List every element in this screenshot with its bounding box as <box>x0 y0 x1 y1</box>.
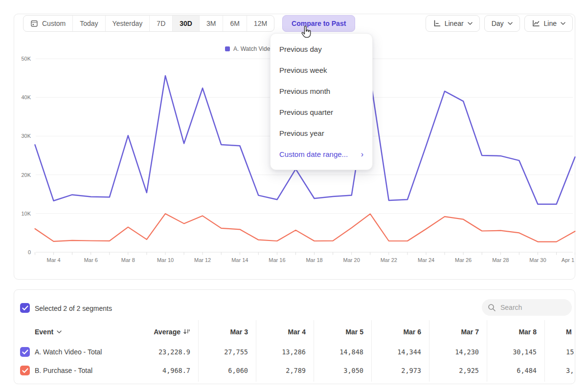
svg-text:Mar 26: Mar 26 <box>455 257 472 263</box>
svg-text:Mar 20: Mar 20 <box>343 257 360 263</box>
svg-text:Mar 24: Mar 24 <box>418 257 434 263</box>
menu-item-previous-month[interactable]: Previous month <box>271 81 372 102</box>
cell-value: 14,848 <box>339 348 363 356</box>
segments-table-card: Selected 2 of 2 segments EventAverageMar… <box>14 289 575 384</box>
clipped-cell-value: 3, <box>566 367 574 374</box>
check-icon <box>22 368 28 373</box>
compare-to-past-menu: Previous dayPrevious weekPrevious monthP… <box>270 33 373 170</box>
svg-text:Mar 18: Mar 18 <box>306 257 322 263</box>
segment-checkbox[interactable] <box>20 347 30 357</box>
column-separator <box>198 320 199 382</box>
search-input[interactable] <box>500 304 559 311</box>
menu-item-custom-date-range[interactable]: Custom date range...› <box>271 144 372 165</box>
cell-value: 27,755 <box>224 348 248 356</box>
svg-text:Mar 12: Mar 12 <box>194 257 211 263</box>
event-column-header[interactable]: Event <box>35 328 62 336</box>
search-icon <box>488 304 496 312</box>
cell-value: 6,484 <box>517 367 537 374</box>
svg-text:0: 0 <box>28 249 31 255</box>
selected-segments-label: Selected 2 of 2 segments <box>35 305 112 312</box>
date-column-header[interactable]: Mar 8 <box>519 328 537 336</box>
cell-value: 14,230 <box>455 348 479 356</box>
average-value: 23,228.9 <box>158 348 190 356</box>
svg-text:Mar 6: Mar 6 <box>84 257 98 263</box>
date-column-header[interactable]: Mar 4 <box>288 328 306 336</box>
column-separator <box>314 320 314 382</box>
cell-value: 14,344 <box>397 348 421 356</box>
cell-value: 30,145 <box>513 348 537 356</box>
svg-text:40K: 40K <box>21 94 31 100</box>
check-icon <box>22 305 28 311</box>
select-all-checkbox[interactable] <box>20 303 30 313</box>
event-header-label: Event <box>35 328 53 336</box>
svg-text:Apr 1: Apr 1 <box>562 257 574 263</box>
cell-value: 6,060 <box>228 367 248 374</box>
cell-value: 3,050 <box>343 367 363 374</box>
svg-text:Mar 22: Mar 22 <box>381 257 397 263</box>
segment-checkbox[interactable] <box>20 366 30 375</box>
cell-value: 2,789 <box>286 367 306 374</box>
menu-item-previous-quarter[interactable]: Previous quarter <box>271 102 372 123</box>
svg-text:20K: 20K <box>21 172 31 178</box>
svg-text:50K: 50K <box>21 56 31 62</box>
average-value: 4,968.7 <box>162 367 190 374</box>
menu-item-previous-day[interactable]: Previous day <box>271 39 372 60</box>
column-separator <box>256 320 256 382</box>
date-column-header[interactable]: Mar 6 <box>403 328 421 336</box>
svg-text:Mar 8: Mar 8 <box>121 257 135 263</box>
date-column-header[interactable]: Mar 7 <box>461 328 479 336</box>
column-separator <box>371 320 372 382</box>
date-column-header[interactable]: Mar 5 <box>345 328 363 336</box>
search-box[interactable] <box>482 299 572 316</box>
svg-text:10K: 10K <box>21 211 31 217</box>
custom-date-range-label: Custom date range... <box>279 150 348 158</box>
segments-header: Selected 2 of 2 segments <box>14 290 575 319</box>
menu-item-previous-week[interactable]: Previous week <box>271 60 372 81</box>
svg-text:Mar 16: Mar 16 <box>269 257 285 263</box>
column-separator <box>544 320 545 382</box>
chevron-right-icon: › <box>361 151 363 158</box>
legend-swatch <box>225 46 230 51</box>
average-header-label: Average <box>154 328 181 336</box>
cell-value: 13,286 <box>282 348 306 356</box>
svg-text:Mar 4: Mar 4 <box>47 257 61 263</box>
date-column-header[interactable]: Mar 3 <box>230 328 248 336</box>
cell-value: 2,973 <box>401 367 421 374</box>
cell-value: 2,925 <box>459 367 479 374</box>
segment-name: A. Watch Video - Total <box>35 348 102 356</box>
column-separator <box>429 320 429 382</box>
column-separator <box>487 320 487 382</box>
svg-text:Mar 28: Mar 28 <box>492 257 509 263</box>
clipped-cell-value: 15, <box>566 348 575 356</box>
svg-text:30K: 30K <box>21 133 31 139</box>
sort-descending-icon <box>183 328 190 335</box>
check-icon <box>22 349 28 355</box>
average-column-header[interactable]: Average <box>154 328 190 336</box>
clipped-column-header: M <box>566 328 572 336</box>
svg-text:Mar 14: Mar 14 <box>231 257 248 263</box>
menu-item-previous-year[interactable]: Previous year <box>271 123 372 144</box>
svg-text:Mar 10: Mar 10 <box>157 257 174 263</box>
segment-name: B. Purchase - Total <box>35 367 92 374</box>
chevron-down-icon <box>57 330 62 333</box>
svg-text:Mar 30: Mar 30 <box>529 257 546 263</box>
